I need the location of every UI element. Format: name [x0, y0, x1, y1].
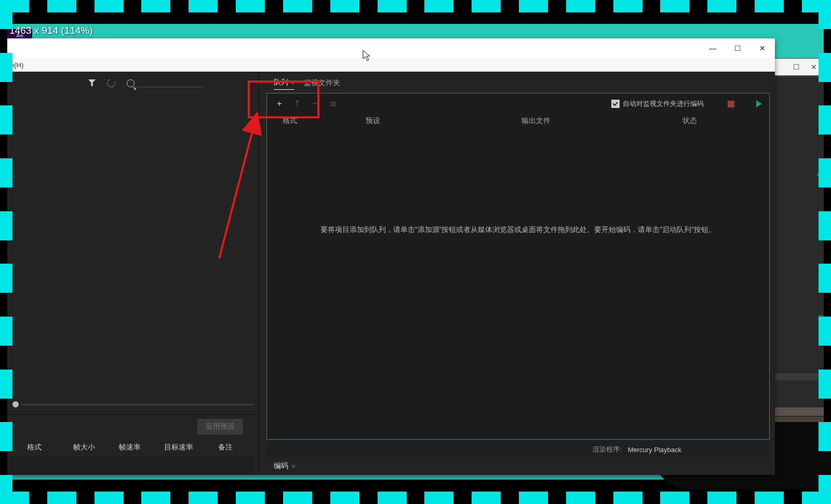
search-icon[interactable] — [127, 79, 135, 87]
apply-preset-button[interactable]: 应用预设 — [197, 419, 243, 434]
filter-icon[interactable] — [88, 79, 96, 87]
header-frame-rate: 帧速率 — [107, 443, 153, 452]
auto-encode-label: 自动对监视文件夹进行编码 — [623, 99, 704, 108]
renderer-row: 渲染程序: Mercury Playback — [266, 442, 770, 457]
queue-tabs: 队列≡ 监视文件夹 — [259, 72, 775, 90]
menubar[interactable]: h(H) — [7, 58, 775, 72]
header-frame-size: 帧大小 — [61, 443, 107, 452]
main-window: — ☐ ✕ h(H) — [7, 38, 775, 475]
encode-tab-row: 编码 ≡ — [259, 457, 775, 475]
preset-detail-area — [7, 456, 253, 475]
bg-maximize-button[interactable]: ☐ — [789, 61, 803, 73]
queue-header-format: 格式 — [283, 116, 366, 126]
bg-zero-label: 0 — [819, 391, 823, 398]
queue-toolbar: + ⤒ − ⧉ 自动对监视文件夹进行编码 — [267, 93, 769, 114]
duplicate-button[interactable]: ⧉ — [330, 99, 336, 108]
minimize-button[interactable]: — — [700, 38, 725, 58]
header-target-rate: 目标速率 — [153, 443, 205, 452]
tab-encode[interactable]: 编码 — [274, 461, 288, 471]
add-up-button[interactable]: ⤒ — [292, 99, 302, 110]
left-toolbar — [7, 72, 259, 94]
remove-button[interactable]: − — [310, 99, 320, 109]
queue-drop-area[interactable]: 要将项目添加到队列，请单击"添加源"按钮或者从媒体浏览器或桌面将文件拖到此处。要… — [267, 128, 769, 439]
titlebar[interactable]: — ☐ ✕ — [7, 38, 775, 58]
preset-browser — [7, 72, 259, 414]
refresh-icon[interactable] — [105, 77, 116, 88]
preset-details: 应用预设 格式 帧大小 帧速率 目标速率 备注 — [7, 414, 259, 475]
stop-icon[interactable] — [728, 101, 734, 107]
dimension-label: 1463 x 914 (114%) — [9, 25, 93, 36]
search-input[interactable] — [131, 87, 204, 87]
close-button[interactable]: ✕ — [750, 38, 775, 58]
tab-menu-icon[interactable]: ≡ — [291, 80, 294, 86]
header-format: 格式 — [7, 443, 61, 452]
queue-hint-text: 要将项目添加到队列，请单击"添加源"按钮或者从媒体浏览器或桌面将文件拖到此处。要… — [320, 225, 716, 235]
start-queue-icon[interactable] — [756, 100, 762, 107]
add-source-button[interactable]: + — [274, 99, 285, 109]
queue-header-status: 状态 — [682, 116, 750, 126]
queue-headers: 格式 预设 输出文件 状态 — [267, 114, 769, 128]
maximize-button[interactable]: ☐ — [725, 38, 750, 58]
bg-menu-icon[interactable]: ≡ — [816, 171, 821, 179]
preset-headers: 格式 帧大小 帧速率 目标速率 备注 — [7, 439, 259, 456]
bg-text-suffix: re — [818, 313, 824, 320]
zoom-slider[interactable] — [7, 400, 259, 409]
queue-header-output: 输出文件 — [521, 116, 682, 126]
auto-encode-checkbox[interactable] — [611, 100, 620, 108]
right-panel: 队列≡ 监视文件夹 + ⤒ − ⧉ 自动对监视文件夹进行编码 — [259, 72, 775, 475]
encode-menu-icon[interactable]: ≡ — [292, 463, 295, 469]
left-panel: 应用预设 格式 帧大小 帧速率 目标速率 备注 — [7, 72, 259, 475]
tab-queue[interactable]: 队列≡ — [274, 78, 294, 90]
renderer-value[interactable]: Mercury Playback — [628, 446, 681, 454]
header-remark: 备注 — [205, 443, 246, 452]
auto-encode-toggle[interactable]: 自动对监视文件夹进行编码 — [611, 99, 704, 108]
bg-close-button[interactable]: ✕ — [807, 61, 821, 73]
queue-panel[interactable]: + ⤒ − ⧉ 自动对监视文件夹进行编码 格式 预设 — [266, 93, 770, 440]
renderer-label: 渲染程序: — [593, 445, 622, 454]
queue-header-preset: 预设 — [366, 116, 521, 126]
tab-watch-folder[interactable]: 监视文件夹 — [304, 78, 340, 90]
menu-help[interactable]: h(H) — [10, 61, 23, 69]
